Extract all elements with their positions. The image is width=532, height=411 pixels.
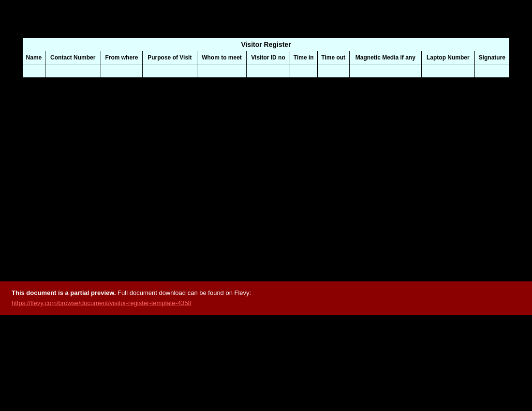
cell-time-in bbox=[290, 64, 317, 78]
col-contact-number: Contact Number bbox=[45, 51, 101, 64]
col-time-in: Time in bbox=[290, 51, 317, 64]
table-header-row: Name Contact Number From where Purpose o… bbox=[23, 51, 510, 64]
cell-contact bbox=[45, 64, 101, 78]
cell-visitor-id bbox=[247, 64, 290, 78]
cell-name bbox=[23, 64, 45, 78]
col-signature: Signature bbox=[474, 51, 509, 64]
col-whom-to-meet: Whom to meet bbox=[197, 51, 247, 64]
col-time-out: Time out bbox=[317, 51, 349, 64]
col-name: Name bbox=[23, 51, 45, 64]
cell-signature bbox=[474, 64, 509, 78]
visitor-register-table: Visitor Register Name Contact Number Fro… bbox=[22, 38, 510, 78]
footer-banner: This document is a partial preview. Full… bbox=[0, 281, 532, 315]
preview-description: Full document download can be found on F… bbox=[116, 289, 251, 296]
col-purpose: Purpose of Visit bbox=[143, 51, 197, 64]
table-title: Visitor Register bbox=[23, 38, 510, 51]
col-visitor-id: Visitor ID no bbox=[247, 51, 290, 64]
table-row bbox=[23, 64, 510, 78]
col-magnetic-media: Magnetic Media if any bbox=[349, 51, 421, 64]
cell-from-where bbox=[101, 64, 142, 78]
cell-whom bbox=[197, 64, 247, 78]
flevy-link[interactable]: https://flevy.com/browse/document/visito… bbox=[12, 299, 192, 307]
preview-bold-text: This document is a partial preview. bbox=[12, 289, 116, 296]
cell-laptop bbox=[422, 64, 475, 78]
col-laptop-number: Laptop Number bbox=[422, 51, 475, 64]
col-from-where: From where bbox=[101, 51, 142, 64]
cell-purpose bbox=[143, 64, 197, 78]
cell-time-out bbox=[317, 64, 349, 78]
cell-magnetic bbox=[349, 64, 421, 78]
table-title-row: Visitor Register bbox=[23, 38, 510, 51]
